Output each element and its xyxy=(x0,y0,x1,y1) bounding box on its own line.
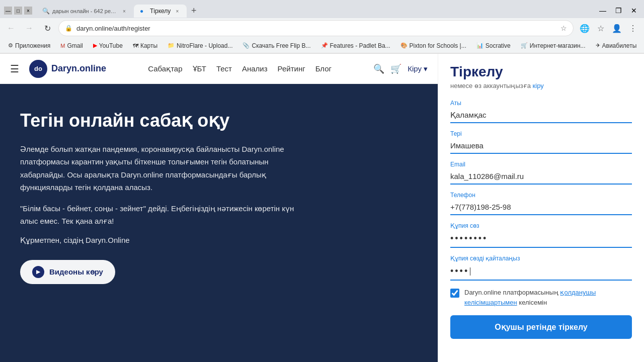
teri-field-group: Тері xyxy=(450,130,632,154)
window-controls: — □ × xyxy=(4,7,32,15)
bookmark-maps[interactable]: 🗺 Карты xyxy=(129,41,162,50)
flip-icon: 📎 xyxy=(243,42,250,49)
new-tab-button[interactable]: + xyxy=(187,4,201,18)
main-content: ☰ do Daryn.online Сабақтар ҰБТ Тест Анал… xyxy=(0,54,644,362)
window-restore-icon[interactable]: ❐ xyxy=(612,7,625,15)
aty-input[interactable] xyxy=(450,108,632,123)
settings-icon[interactable]: ⋮ xyxy=(626,21,640,35)
browser-chrome: — □ × 🔍 дарын онлайн - 642 результата...… xyxy=(0,0,644,54)
register-button[interactable]: Оқушы ретінде тіркелу xyxy=(450,315,632,339)
back-button[interactable]: ← xyxy=(4,21,18,35)
bookmark-padlet[interactable]: 📌 Features - Padlet Ba... xyxy=(317,41,394,50)
terms-text-before: Daryn.online платформасының xyxy=(464,289,560,296)
bookmark-flights[interactable]: ✈ Авиабилеты xyxy=(592,41,641,50)
bookmark-shop-label: Интернет-магазин... xyxy=(530,42,586,49)
nav-bar: ← → ↻ 🔒 daryn.online/auth/register ☆ 🌐 ☆… xyxy=(0,18,644,38)
translate-icon[interactable]: 🌐 xyxy=(578,21,592,35)
phone-field-group: Телефон xyxy=(450,192,632,215)
window-maximize-button[interactable]: □ xyxy=(14,7,22,15)
bookmark-shop[interactable]: 🛒 Интернет-магазин... xyxy=(517,41,590,50)
bookmark-youtube-label: YouTube xyxy=(99,42,123,49)
nav-blog[interactable]: Блог xyxy=(315,64,332,73)
logo-text: Daryn.online xyxy=(51,63,106,74)
site-logo[interactable]: do Daryn.online xyxy=(29,60,106,78)
tabs-container: 🔍 дарын онлайн - 642 результата... × ● Т… xyxy=(36,4,596,18)
header-actions: 🔍 🛒 Кіру ▾ xyxy=(373,63,428,74)
nav-ubt[interactable]: ҰБТ xyxy=(193,64,206,73)
confirm-password-dots: •••• xyxy=(450,266,469,277)
window-close-button[interactable]: × xyxy=(24,7,32,15)
pixton-icon: 🎨 xyxy=(400,42,408,49)
login-button[interactable]: Кіру ▾ xyxy=(408,64,428,73)
terms-checkbox[interactable] xyxy=(450,289,459,298)
terms-checkbox-row: Daryn.online платформасының қолданушы ке… xyxy=(450,288,632,307)
bookmark-flip-label: Скачать Free Flip B... xyxy=(252,42,310,49)
bookmark-socrative[interactable]: 📊 Socrative xyxy=(472,41,515,50)
cart-button[interactable]: 🛒 xyxy=(390,63,401,74)
bookmarks-bar: ⚙ Приложения M Gmail ▶ YouTube 🗺 Карты 📁… xyxy=(0,38,644,53)
nav-icons-container: 🌐 ☆ 👤 ⋮ xyxy=(578,21,640,35)
forward-button[interactable]: → xyxy=(22,21,36,35)
tab-label-search: дарын онлайн - 642 результата... xyxy=(52,8,118,14)
bookmark-youtube[interactable]: ▶ YouTube xyxy=(89,41,127,50)
bookmark-apps[interactable]: ⚙ Приложения xyxy=(4,41,54,50)
bookmark-star-icon[interactable]: ☆ xyxy=(594,21,608,35)
bookmark-pixton-label: Pixton for Schools |... xyxy=(410,42,466,49)
bookmark-flip[interactable]: 📎 Скачать Free Flip B... xyxy=(238,41,314,50)
password-dots: •••••••• xyxy=(450,233,488,243)
window-minimize-button[interactable]: — xyxy=(4,7,12,15)
phone-input[interactable] xyxy=(450,200,632,215)
site-header: ☰ do Daryn.online Сабақтар ҰБТ Тест Анал… xyxy=(0,54,438,84)
login-label: Кіру xyxy=(408,64,422,73)
tab-close-register[interactable]: × xyxy=(174,8,181,15)
nav-test[interactable]: Тест xyxy=(216,64,232,73)
password-field-group: Құпия сөз •••••••• xyxy=(450,222,632,248)
form-title: Тіркелу xyxy=(450,64,632,80)
nav-analiz[interactable]: Анализ xyxy=(242,64,268,73)
form-login-link[interactable]: кіру xyxy=(533,82,544,89)
bookmark-nitroflare[interactable]: 📁 NitroFlare - Upload... xyxy=(164,41,236,50)
socrative-icon: 📊 xyxy=(476,42,484,49)
registration-form-panel: Тіркелу немесе өз аккаунтыңызға кіру Аты… xyxy=(438,54,644,362)
title-bar: — □ × 🔍 дарын онлайн - 642 результата...… xyxy=(0,0,644,18)
tab-register[interactable]: ● Тіркелу × xyxy=(134,5,187,18)
lock-icon: 🔒 xyxy=(65,25,72,32)
address-star-icon[interactable]: ☆ xyxy=(560,24,567,32)
email-input[interactable] xyxy=(450,169,632,185)
bookmark-padlet-label: Features - Padlet Ba... xyxy=(330,42,390,49)
bookmark-gmail[interactable]: M Gmail xyxy=(56,41,87,50)
hero-title: Тегін онлайн сабақ оқу xyxy=(20,109,302,133)
password-label: Құпия сөз xyxy=(450,222,632,229)
video-btn-label: Видеоны көру xyxy=(49,267,103,277)
gmail-icon: M xyxy=(60,43,65,49)
hero-signature: Құрметпен, сіздің Daryn.Online xyxy=(20,236,418,245)
site-navigation: Сабақтар ҰБТ Тест Анализ Рейтинг Блог xyxy=(116,64,363,73)
bookmark-socrative-label: Socrative xyxy=(486,42,511,49)
profile-icon[interactable]: 👤 xyxy=(610,21,624,35)
window-minimize-icon[interactable]: — xyxy=(596,7,609,15)
nav-reyting[interactable]: Рейтинг xyxy=(278,64,305,73)
teri-input[interactable] xyxy=(450,138,632,154)
play-icon: ▶ xyxy=(32,266,44,278)
tab-close-search[interactable]: × xyxy=(121,8,128,15)
bookmark-pixton[interactable]: 🎨 Pixton for Schools |... xyxy=(396,41,470,50)
padlet-icon: 📌 xyxy=(321,42,328,49)
video-button[interactable]: ▶ Видеоны көру xyxy=(20,260,115,284)
logo-circle: do xyxy=(29,60,47,78)
shop-icon: 🛒 xyxy=(521,42,528,49)
nav-sabaqtar[interactable]: Сабақтар xyxy=(148,64,182,73)
bookmark-maps-label: Карты xyxy=(140,42,157,49)
confirm-password-label: Құпия сөзді қайталаңыз xyxy=(450,255,632,262)
hamburger-button[interactable]: ☰ xyxy=(10,63,19,75)
phone-label: Телефон xyxy=(450,192,632,199)
tab-label-register: Тіркелу xyxy=(150,8,171,15)
confirm-password-field-group: Құпия сөзді қайталаңыз •••• xyxy=(450,255,632,281)
refresh-button[interactable]: ↻ xyxy=(40,21,54,35)
search-button[interactable]: 🔍 xyxy=(373,63,384,74)
window-close-icon[interactable]: ✕ xyxy=(628,7,640,15)
tab-favicon-search: 🔍 xyxy=(42,8,49,15)
tab-search-results[interactable]: 🔍 дарын онлайн - 642 результата... × xyxy=(36,5,134,18)
window-actions: — ❐ ✕ xyxy=(596,7,640,15)
flights-icon: ✈ xyxy=(596,42,600,49)
address-bar[interactable]: 🔒 daryn.online/auth/register ☆ xyxy=(58,20,574,36)
